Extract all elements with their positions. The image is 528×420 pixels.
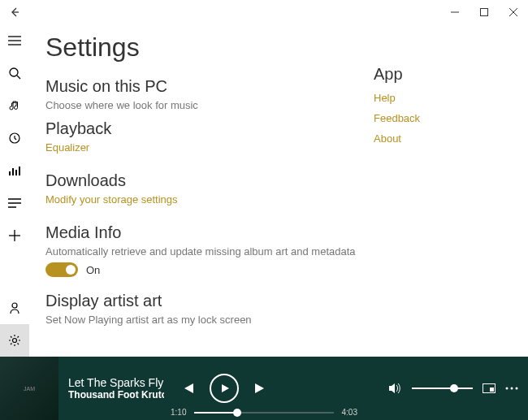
svg-rect-11: [9, 171, 11, 175]
svg-point-21: [13, 339, 17, 343]
settings-icon[interactable]: [0, 324, 29, 357]
app-section-title: App: [374, 65, 512, 84]
help-link[interactable]: Help: [374, 92, 512, 104]
elapsed-time: 1:10: [171, 408, 186, 417]
svg-point-20: [12, 303, 17, 308]
section-music-desc: Choose where we look for music: [45, 99, 374, 111]
playlist-icon[interactable]: [0, 187, 29, 219]
maximize-button[interactable]: [470, 0, 499, 24]
section-playback-title: Playback: [45, 119, 374, 138]
section-downloads-title: Downloads: [45, 171, 374, 190]
svg-point-25: [511, 388, 513, 390]
player-bar: JAM Let The Sparks Fly Thousand Foot Kru…: [0, 357, 528, 420]
svg-point-26: [516, 388, 518, 390]
svg-rect-2: [481, 9, 488, 16]
svg-rect-12: [12, 168, 14, 175]
media-info-toggle[interactable]: [45, 262, 78, 277]
svg-rect-13: [15, 170, 17, 175]
svg-line-9: [17, 76, 20, 79]
feedback-link[interactable]: Feedback: [374, 112, 512, 124]
about-link[interactable]: About: [374, 132, 512, 145]
section-music-title: Music on this PC: [45, 77, 374, 96]
hamburger-icon[interactable]: [0, 24, 29, 57]
play-button[interactable]: [210, 374, 239, 403]
media-info-toggle-label: On: [86, 264, 100, 276]
page-title: Settings: [45, 32, 374, 63]
add-icon[interactable]: [0, 219, 29, 252]
now-playing-icon[interactable]: [0, 154, 29, 187]
section-display-title: Display artist art: [45, 292, 374, 310]
music-icon[interactable]: [0, 89, 29, 122]
close-button[interactable]: [499, 0, 528, 24]
volume-slider[interactable]: [412, 388, 473, 389]
svg-rect-14: [19, 167, 20, 175]
history-icon[interactable]: [0, 122, 29, 154]
track-title: Let The Sparks Fly: [68, 376, 164, 389]
fullscreen-icon[interactable]: [483, 383, 496, 393]
svg-point-24: [506, 388, 509, 390]
search-icon[interactable]: [0, 57, 29, 89]
section-display-desc: Set Now Playing artist art as my lock sc…: [45, 314, 374, 326]
account-icon[interactable]: [0, 292, 29, 324]
minimize-button[interactable]: [440, 0, 470, 24]
svg-point-8: [10, 68, 18, 76]
previous-button[interactable]: [180, 382, 195, 395]
section-media-desc: Automatically retrieve and update missin…: [45, 245, 374, 258]
volume-icon[interactable]: [387, 382, 402, 395]
album-art[interactable]: JAM: [0, 357, 58, 420]
sidebar: [0, 24, 29, 357]
progress-slider[interactable]: [194, 412, 333, 414]
more-icon[interactable]: [505, 387, 518, 390]
section-media-title: Media Info: [45, 223, 374, 242]
total-time: 4:03: [342, 408, 357, 417]
svg-rect-23: [490, 388, 494, 392]
next-button[interactable]: [253, 382, 268, 395]
equalizer-link[interactable]: Equalizer: [45, 141, 374, 154]
storage-link[interactable]: Modify your storage settings: [45, 193, 374, 206]
back-button[interactable]: [0, 0, 29, 24]
track-artist: Thousand Foot Krutch: [68, 389, 164, 401]
